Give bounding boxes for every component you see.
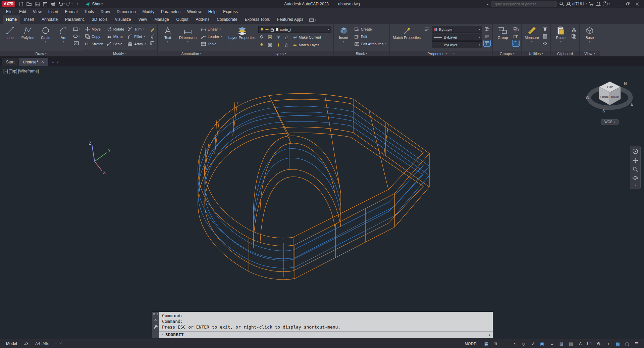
panel-footer-utilities[interactable]: Utilities▾ [522, 51, 550, 56]
undo-icon[interactable]: ▾ [58, 1, 65, 7]
navbar-more-icon[interactable]: ▾ [635, 184, 636, 187]
panel-footer-block[interactable]: Block▾ [334, 51, 389, 56]
group-selection-icon[interactable] [513, 40, 519, 46]
fillet-button[interactable]: Fillet▾ [127, 33, 147, 40]
dimension-button[interactable]: Dimension▾ [177, 25, 198, 50]
orbit-icon[interactable] [632, 175, 638, 181]
ribbon-tab[interactable]: Output [173, 15, 192, 24]
menu-item[interactable]: Dimension [113, 8, 139, 15]
menu-item[interactable]: Modify [139, 8, 158, 15]
help-menu[interactable]: ? ▾ [603, 1, 610, 6]
layer-isolate-icon[interactable] [267, 34, 273, 40]
command-input-line[interactable]: ▾ 3DORBIT ▲ [159, 331, 493, 338]
menu-item[interactable]: Format [62, 8, 81, 15]
status-tool-icon[interactable]: ⊞▾ [491, 340, 500, 347]
status-tool-icon[interactable]: ◔▾ [510, 340, 519, 347]
status-tool-icon[interactable]: ⚙▾ [595, 340, 604, 347]
file-tab-uhouse[interactable]: uhouse* ✕ [19, 58, 48, 66]
menu-item[interactable]: Tools [81, 8, 97, 15]
make-current-button[interactable]: Make Current [292, 34, 322, 41]
compass-west[interactable]: W [586, 95, 590, 100]
ungroup-icon[interactable] [513, 26, 519, 32]
wcs-menu[interactable]: WCS▾ [601, 119, 619, 125]
match-layer-button[interactable]: Match Layer [292, 42, 320, 48]
command-tools-wrench-icon[interactable] [153, 325, 158, 329]
line-button[interactable]: Line [2, 25, 18, 50]
search-input[interactable] [491, 1, 557, 7]
trim-button[interactable]: Trim▾ [127, 26, 147, 33]
layer-unlock-button-icon[interactable] [283, 42, 290, 48]
panel-footer-groups[interactable]: Groups▾ [493, 51, 521, 56]
base-view-button[interactable]: Base▾ [582, 25, 598, 50]
ribbon-tab[interactable]: Insert [21, 15, 38, 24]
share-button[interactable]: Share [85, 2, 103, 6]
layer-on-icon[interactable] [258, 42, 265, 48]
status-tool-icon[interactable]: ▩ [613, 340, 623, 347]
viewport-visual-style-control[interactable]: [Wireframe] [18, 69, 39, 73]
ribbon-tab[interactable]: Express Tools [241, 15, 273, 24]
ribbon-tab[interactable]: Parametric [62, 15, 88, 24]
group-edit-icon[interactable] [513, 33, 519, 39]
insert-block-button[interactable]: Insert▾ [336, 25, 352, 50]
file-tab-start[interactable]: Start [2, 58, 18, 66]
quick-select-icon[interactable] [542, 26, 548, 32]
panel-footer-view[interactable]: View▾ [580, 51, 600, 56]
menu-item[interactable]: Draw [97, 8, 113, 15]
panel-footer-clipboard[interactable]: Clipboard [551, 51, 579, 56]
arc-button[interactable]: Arc▾ [55, 25, 71, 50]
navigation-wheel-icon[interactable] [632, 148, 638, 154]
transparency-icon[interactable] [484, 26, 490, 32]
table-button[interactable]: Table [200, 41, 223, 47]
new-drawing-tab-button[interactable]: + [50, 59, 56, 65]
ribbon-tab[interactable]: Manage [151, 15, 172, 24]
command-window-grip[interactable]: ✕ [152, 312, 159, 338]
restore-button[interactable] [623, 0, 633, 8]
viewcube[interactable]: W N E S TOP FRONT RIGHT WCS▾ [584, 78, 635, 125]
layout-list-icon[interactable]: ∕ [60, 341, 61, 346]
panel-footer-draw[interactable]: Draw▾ [0, 51, 82, 56]
menu-item[interactable]: Edit [16, 8, 30, 15]
notification-bell-icon[interactable] [596, 2, 601, 6]
properties-palette-icon[interactable] [484, 40, 490, 46]
open-file-icon[interactable] [25, 1, 33, 7]
polyline-button[interactable]: Polyline [20, 25, 36, 50]
search-icon[interactable] [559, 1, 564, 6]
offset-icon[interactable] [149, 40, 155, 46]
copy-clip-icon[interactable] [571, 33, 577, 39]
status-tool-icon[interactable]: ◇▾ [520, 340, 529, 347]
ucs-icon[interactable]: Z Y X [85, 141, 115, 174]
status-tool-icon[interactable]: A [576, 340, 585, 347]
model-space-toggle[interactable]: MODEL [462, 342, 482, 346]
measure-button[interactable]: Measure▾ [524, 25, 540, 50]
status-tool-icon[interactable]: ☰ [632, 340, 641, 347]
panel-launcher-icon[interactable]: ↘ [453, 52, 455, 55]
viewport-menu-control[interactable]: [−] [3, 69, 8, 73]
new-file-icon[interactable] [17, 1, 24, 7]
status-tool-icon[interactable]: ▦ [482, 340, 491, 347]
menu-item[interactable]: Window [184, 8, 205, 15]
hatch-icon[interactable] [73, 40, 80, 46]
new-layout-button[interactable]: + [53, 341, 59, 347]
minimize-button[interactable] [614, 0, 623, 8]
ribbon-tab[interactable]: Add-ins [193, 15, 213, 24]
erase-icon[interactable] [149, 26, 155, 32]
file-tab-close-icon[interactable]: ✕ [41, 60, 44, 64]
compass-north[interactable]: N [624, 81, 627, 86]
account-menu[interactable]: al7161 ▾ [566, 2, 587, 6]
ribbon-display-toggle-icon[interactable]: ▾ [309, 18, 316, 24]
properties-list-icon[interactable] [423, 26, 430, 32]
edit-attributes-button[interactable]: Edit Attributes▾ [354, 41, 387, 47]
linear-dimension-button[interactable]: Linear▾ [200, 26, 223, 33]
command-close-icon[interactable]: ✕ [154, 318, 157, 322]
redo-icon[interactable]: ▾ [66, 1, 73, 7]
ribbon-tab[interactable]: Home [3, 15, 20, 24]
lineweight-combo[interactable]: ByLayer▾ [432, 34, 482, 41]
ribbon-tab[interactable]: Collaborate [213, 15, 240, 24]
explode-icon[interactable] [149, 33, 155, 39]
quick-calc-icon[interactable] [542, 33, 548, 39]
model-viewport[interactable]: [−] [Top] [Wireframe] [0, 66, 644, 339]
menu-item[interactable]: Help [205, 8, 220, 15]
cut-icon[interactable] [571, 26, 577, 32]
save-icon[interactable] [34, 1, 41, 7]
move-button[interactable]: Move [84, 26, 104, 33]
